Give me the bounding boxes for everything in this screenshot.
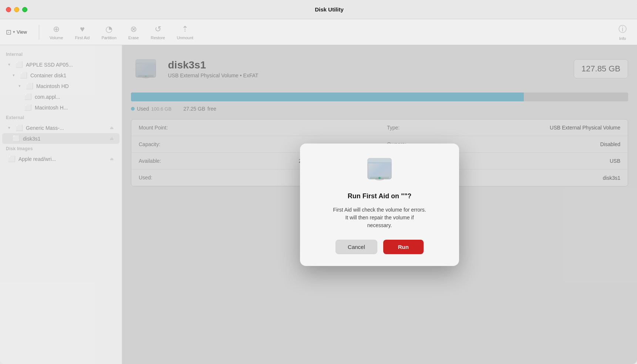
modal-message: First Aid will check the volume for erro… bbox=[333, 206, 426, 229]
sidebar-item-macintosh-hd[interactable]: ▾ ⬜ Macintosh HD bbox=[2, 81, 119, 91]
svg-rect-8 bbox=[368, 162, 391, 164]
view-label: View bbox=[17, 29, 27, 35]
partition-button[interactable]: ◔ Partition bbox=[97, 22, 121, 42]
external-section-label: External bbox=[0, 113, 122, 122]
modal-title: Run First Aid on ""? bbox=[348, 192, 411, 200]
sidebar-item-container-disk1[interactable]: ▾ ⬜ Container disk1 bbox=[2, 70, 119, 81]
erase-button[interactable]: ⊗ Erase bbox=[124, 22, 144, 42]
chevron-icon: ▾ bbox=[18, 84, 23, 88]
volume-icon: ⊕ bbox=[53, 24, 60, 34]
modal-overlay: Run First Aid on ""? First Aid will chec… bbox=[122, 45, 637, 364]
erase-label: Erase bbox=[128, 36, 139, 40]
apple-ssd-label: APPLE SSD AP05... bbox=[26, 62, 73, 68]
eject-icon: ⏏ bbox=[110, 136, 114, 141]
disk-utility-window: Disk Utility ⊡ ▾ View ⊕ Volume ♥ First A… bbox=[0, 0, 637, 364]
macintosh-h-label: Macintosh H... bbox=[35, 105, 68, 111]
sidebar-item-apple-readwri[interactable]: ⬜ Apple read/wri... ⏏ bbox=[2, 154, 119, 164]
sidebar-icon: ⊡ bbox=[6, 28, 11, 36]
disk3s1-label: disk3s1 bbox=[23, 136, 40, 142]
first-aid-modal: Run First Aid on ""? First Aid will chec… bbox=[300, 144, 459, 266]
minimize-button[interactable] bbox=[14, 7, 19, 12]
unmount-label: Unmount bbox=[177, 36, 193, 40]
close-button[interactable] bbox=[6, 7, 11, 12]
chevron-icon: ▾ bbox=[8, 62, 13, 67]
modal-disk-icon bbox=[365, 155, 394, 185]
unmount-icon: ⇡ bbox=[182, 24, 188, 34]
svg-point-11 bbox=[378, 177, 381, 179]
sidebar-item-disk3s1[interactable]: ⬜ disk3s1 ⏏ bbox=[2, 133, 119, 144]
maximize-button[interactable] bbox=[22, 7, 27, 12]
disk-icon: ⬜ bbox=[20, 72, 27, 79]
sidebar: Internal ▾ ⬜ APPLE SSD AP05... ▾ ⬜ Conta… bbox=[0, 45, 122, 364]
disk-icon: ⬜ bbox=[8, 155, 16, 162]
eject-icon: ⏏ bbox=[110, 125, 114, 130]
volume-button[interactable]: ⊕ Volume bbox=[45, 22, 68, 42]
main-area: Internal ▾ ⬜ APPLE SSD AP05... ▾ ⬜ Conta… bbox=[0, 45, 637, 364]
cancel-button[interactable]: Cancel bbox=[336, 240, 377, 254]
toolbar: ⊡ ▾ View ⊕ Volume ♥ First Aid ◔ Partitio… bbox=[0, 19, 637, 45]
chevron-icon: ▾ bbox=[8, 125, 13, 130]
disk-icon: ⬜ bbox=[24, 93, 32, 100]
content-area: disk3s1 USB External Physical Volume • E… bbox=[122, 45, 637, 364]
eject-icon: ⏏ bbox=[110, 156, 114, 161]
first-aid-icon: ♥ bbox=[80, 24, 85, 34]
partition-icon: ◔ bbox=[105, 24, 112, 34]
info-label: Info bbox=[619, 36, 626, 41]
macintosh-hd-label: Macintosh HD bbox=[36, 83, 69, 89]
disk-icon: ⬜ bbox=[26, 82, 33, 90]
disk-icon: ⬜ bbox=[16, 124, 23, 131]
window-title: Disk Utility bbox=[27, 6, 631, 13]
info-button[interactable]: ⓘ Info bbox=[614, 21, 631, 43]
container-disk1-label: Container disk1 bbox=[30, 73, 66, 78]
chevron-down-icon: ▾ bbox=[13, 30, 15, 34]
restore-icon: ↺ bbox=[155, 24, 161, 34]
info-icon: ⓘ bbox=[619, 24, 627, 35]
disk-icon: ⬜ bbox=[16, 61, 23, 68]
sidebar-item-com-apple[interactable]: ⬜ com.appl... bbox=[2, 91, 119, 102]
sidebar-item-generic-mass[interactable]: ▾ ⬜ Generic Mass-... ⏏ bbox=[2, 122, 119, 133]
run-button[interactable]: Run bbox=[383, 240, 424, 254]
restore-label: Restore bbox=[151, 36, 165, 40]
partition-label: Partition bbox=[101, 36, 116, 40]
com-apple-label: com.appl... bbox=[35, 94, 60, 100]
unmount-button[interactable]: ⇡ Unmount bbox=[172, 22, 198, 42]
chevron-icon: ▾ bbox=[13, 73, 17, 78]
sidebar-item-apple-ssd[interactable]: ▾ ⬜ APPLE SSD AP05... bbox=[2, 59, 119, 70]
generic-mass-label: Generic Mass-... bbox=[26, 125, 64, 131]
disk-icon: ⬜ bbox=[24, 104, 32, 111]
disk-icon: ⬜ bbox=[13, 135, 20, 142]
restore-button[interactable]: ↺ Restore bbox=[146, 22, 170, 42]
first-aid-label: First Aid bbox=[75, 36, 90, 40]
internal-section-label: Internal bbox=[0, 50, 122, 59]
titlebar: Disk Utility bbox=[0, 0, 637, 19]
disk-images-section-label: Disk Images bbox=[0, 144, 122, 154]
erase-icon: ⊗ bbox=[130, 24, 137, 34]
apple-readwri-label: Apple read/wri... bbox=[18, 156, 56, 162]
sidebar-item-macintosh-h[interactable]: ⬜ Macintosh H... bbox=[2, 102, 119, 113]
first-aid-button[interactable]: ♥ First Aid bbox=[71, 22, 94, 42]
view-control[interactable]: ⊡ ▾ View bbox=[6, 28, 27, 36]
toolbar-separator bbox=[39, 25, 39, 40]
volume-label: Volume bbox=[50, 36, 63, 40]
modal-buttons: Cancel Run bbox=[315, 240, 444, 254]
traffic-lights bbox=[6, 7, 27, 12]
